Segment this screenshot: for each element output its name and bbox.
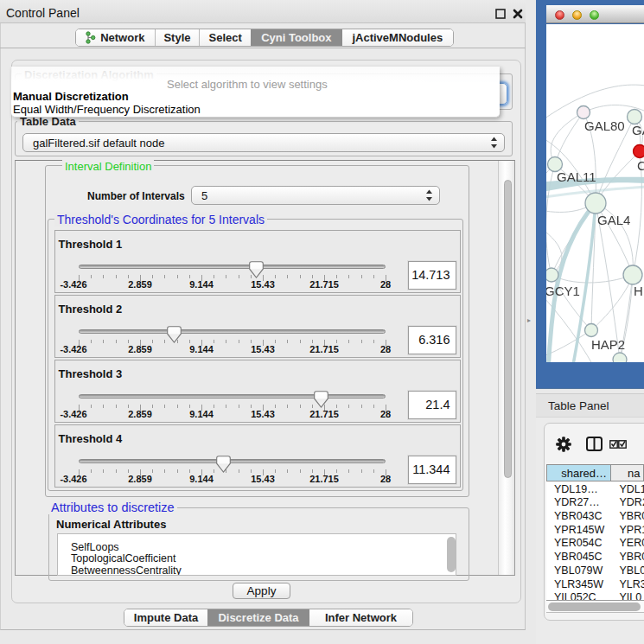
svg-text:H: H [634, 284, 643, 298]
svg-text:GA: GA [632, 123, 644, 137]
svg-text:GAL11: GAL11 [557, 169, 596, 184]
svg-text:C: C [637, 158, 644, 173]
svg-text:HAP2: HAP2 [591, 337, 625, 352]
svg-text:GCY1: GCY1 [546, 284, 580, 298]
svg-text:GAL80: GAL80 [584, 118, 625, 133]
svg-text:GAL4: GAL4 [597, 213, 630, 227]
